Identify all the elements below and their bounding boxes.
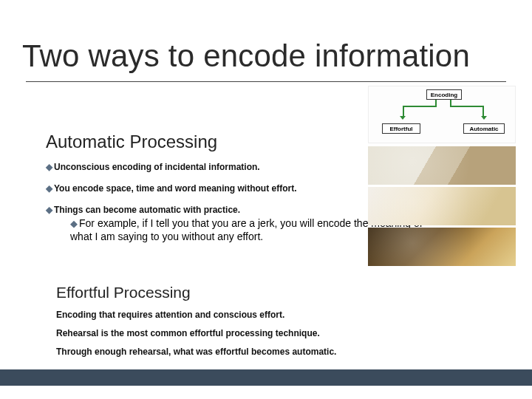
diagram-connector xyxy=(403,106,437,107)
bullet-text: You encode space, time and word meaning … xyxy=(54,183,296,194)
bullet-item: ◆You encode space, time and word meaning… xyxy=(46,183,296,194)
slide-title: Two ways to encode information xyxy=(22,38,470,74)
photo-placeholder xyxy=(368,187,516,225)
diagram-connector xyxy=(450,100,451,106)
diamond-bullet-icon: ◆ xyxy=(46,205,52,215)
photo-placeholder xyxy=(368,146,516,185)
diamond-bullet-icon: ◆ xyxy=(46,162,52,172)
bullet-item: ◆Things can become automatic with practi… xyxy=(46,205,240,215)
body-line: Encoding that requires attention and con… xyxy=(56,310,284,320)
diamond-bullet-icon: ◆ xyxy=(46,183,52,194)
slide: Two ways to encode information Encoding … xyxy=(0,0,532,399)
body-line: Through enough rehearsal, what was effor… xyxy=(56,347,336,357)
body-line: Rehearsal is the most common effortful p… xyxy=(56,328,320,338)
footer-bar xyxy=(0,369,532,386)
encoding-diagram: Encoding Effortful Automatic xyxy=(368,86,516,143)
diagram-box-encoding: Encoding xyxy=(426,89,462,100)
bullet-text: Things can become automatic with practic… xyxy=(54,205,240,215)
diagram-box-effortful: Effortful xyxy=(382,123,420,134)
arrow-down-icon xyxy=(400,116,406,120)
photo-placeholder xyxy=(368,228,516,266)
diagram-connector xyxy=(403,106,404,116)
diagram-connector xyxy=(482,106,484,116)
diagram-box-automatic: Automatic xyxy=(463,123,505,134)
heading-automatic: Automatic Processing xyxy=(46,132,217,152)
diamond-bullet-icon: ◆ xyxy=(70,218,78,229)
photo-column xyxy=(368,146,516,268)
bullet-item: ◆Unconscious encoding of incidental info… xyxy=(46,162,260,172)
title-underline xyxy=(26,81,506,82)
arrow-down-icon xyxy=(481,116,487,120)
heading-effortful: Effortful Processing xyxy=(56,284,191,301)
diagram-connector xyxy=(435,100,437,106)
bullet-text: Unconscious encoding of incidental infor… xyxy=(54,162,260,172)
diagram-connector xyxy=(450,106,484,107)
